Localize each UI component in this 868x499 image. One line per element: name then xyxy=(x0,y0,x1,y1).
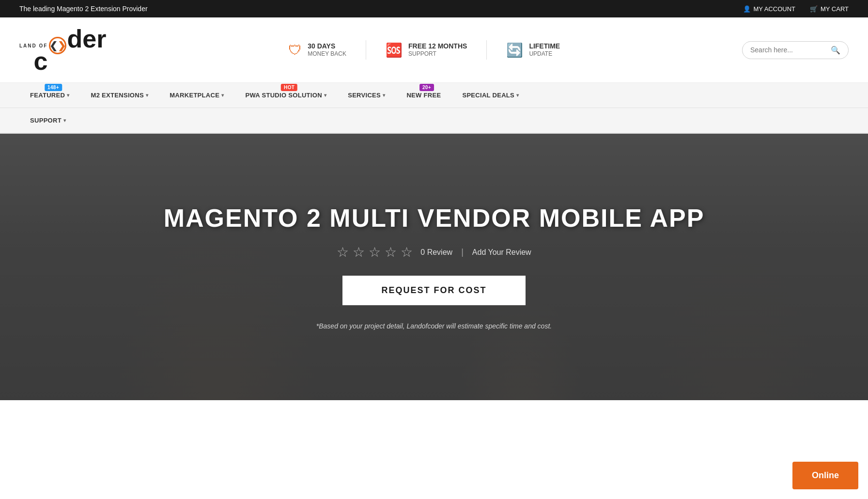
logo[interactable]: LAND OF c ❮❯ der xyxy=(19,26,106,74)
star-1: ☆ xyxy=(337,244,349,260)
chevron-support: ▾ xyxy=(63,118,66,123)
nav-bar-row1: 148+ FEATURED ▾ M2 EXTENSIONS ▾ MARKETPL… xyxy=(0,83,868,108)
support-icon: 🆘 xyxy=(386,42,403,58)
nav-item-pwa[interactable]: HOT PWA STUDIO SOLUTION ▾ xyxy=(235,83,338,108)
nav-items-row1: 148+ FEATURED ▾ M2 EXTENSIONS ▾ MARKETPL… xyxy=(19,83,849,108)
nav-bar-row2: SUPPORT ▾ xyxy=(0,108,868,134)
request-btn-wrap: REQUEST FOR COST xyxy=(164,276,705,314)
logo-arrows: ❮❯ xyxy=(49,41,66,50)
star-3: ☆ xyxy=(369,244,381,260)
search-bar: 🔍 xyxy=(742,41,849,59)
chevron-marketplace: ▾ xyxy=(221,93,224,98)
search-button[interactable]: 🔍 xyxy=(831,46,840,55)
cart-icon: 🛒 xyxy=(810,5,818,13)
hero-section: MAGENTO 2 MULTI VENDOR MOBILE APP ☆ ☆ ☆ … xyxy=(0,134,868,400)
header: LAND OF c ❮❯ der 🛡 30 DAYS MONEY BACK 🆘 … xyxy=(0,17,868,83)
logo-oder: der xyxy=(67,26,106,51)
badge-lifetime-text: LIFETIME UPDATE xyxy=(529,42,560,58)
logo-c: c xyxy=(34,48,48,74)
review-divider: | xyxy=(461,247,464,257)
top-bar-right: 👤 MY ACCOUNT 🛒 MY CART xyxy=(743,5,849,13)
nav-item-support[interactable]: SUPPORT ▾ xyxy=(19,108,77,133)
logo-left: LAND OF c xyxy=(19,44,47,74)
hero-note: *Based on your project detail, Landofcod… xyxy=(316,322,552,330)
chevron-m2: ▾ xyxy=(146,93,148,98)
nav-item-newfree[interactable]: 20+ NEW FREE xyxy=(396,83,451,108)
review-count: 0 Review xyxy=(420,248,452,257)
badge-support-text: FREE 12 MONTHS SUPPORT xyxy=(408,42,467,58)
badge-support: 🆘 FREE 12 MONTHS SUPPORT xyxy=(386,42,467,58)
add-review-link[interactable]: Add Your Review xyxy=(472,248,531,257)
chevron-specialdeals: ▾ xyxy=(516,93,519,98)
hero-title: MAGENTO 2 MULTI VENDOR MOBILE APP xyxy=(164,203,705,233)
nav-item-specialdeals[interactable]: SPECIAL DEALS ▾ xyxy=(451,83,529,108)
chevron-pwa: ▾ xyxy=(324,93,326,98)
nav-item-marketplace[interactable]: MARKETPLACE ▾ xyxy=(159,83,234,108)
hero-content: MAGENTO 2 MULTI VENDOR MOBILE APP ☆ ☆ ☆ … xyxy=(154,194,714,340)
top-bar-tagline: The leading Magento 2 Extension Provider xyxy=(19,5,148,13)
nav-items-row2: SUPPORT ▾ xyxy=(19,108,849,133)
user-icon: 👤 xyxy=(743,5,751,13)
star-2: ☆ xyxy=(353,244,365,260)
nav-item-services[interactable]: SERVICES ▾ xyxy=(337,83,396,108)
nav-badge-featured: 148+ xyxy=(45,84,62,91)
search-input[interactable] xyxy=(750,46,827,54)
nav-item-featured[interactable]: 148+ FEATURED ▾ xyxy=(19,83,80,108)
request-cost-button[interactable]: REQUEST FOR COST xyxy=(342,276,525,305)
star-5: ☆ xyxy=(401,244,413,260)
refresh-icon: 🔄 xyxy=(506,42,523,58)
badge-divider-2 xyxy=(486,40,487,60)
nav-badge-newfree: 20+ xyxy=(419,84,434,91)
nav-badge-pwa: HOT xyxy=(281,84,297,91)
header-badges: 🛡 30 DAYS MONEY BACK 🆘 FREE 12 MONTHS SU… xyxy=(288,40,560,60)
nav-item-m2extensions[interactable]: M2 EXTENSIONS ▾ xyxy=(80,83,159,108)
hero-stars-row: ☆ ☆ ☆ ☆ ☆ 0 Review | Add Your Review xyxy=(164,244,705,260)
shield-icon: 🛡 xyxy=(288,42,302,58)
my-account-link[interactable]: 👤 MY ACCOUNT xyxy=(743,5,795,13)
star-4: ☆ xyxy=(385,244,397,260)
chevron-services: ▾ xyxy=(383,93,385,98)
top-bar: The leading Magento 2 Extension Provider… xyxy=(0,0,868,17)
badge-money-back-text: 30 DAYS MONEY BACK xyxy=(308,42,346,58)
logo-circle: ❮❯ xyxy=(49,37,66,54)
my-cart-link[interactable]: 🛒 MY CART xyxy=(810,5,849,13)
badge-money-back: 🛡 30 DAYS MONEY BACK xyxy=(288,42,346,58)
chevron-featured: ▾ xyxy=(67,93,69,98)
badge-divider-1 xyxy=(366,40,366,60)
badge-lifetime: 🔄 LIFETIME UPDATE xyxy=(506,42,560,58)
